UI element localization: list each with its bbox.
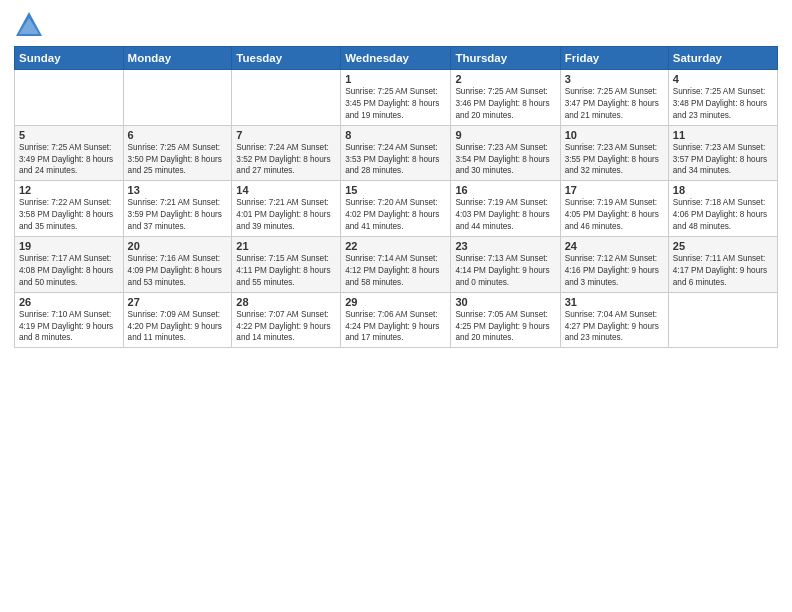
day-number: 1	[345, 73, 446, 85]
calendar-cell: 6Sunrise: 7:25 AM Sunset: 3:50 PM Daylig…	[123, 125, 232, 181]
calendar-cell: 8Sunrise: 7:24 AM Sunset: 3:53 PM Daylig…	[341, 125, 451, 181]
calendar-cell: 18Sunrise: 7:18 AM Sunset: 4:06 PM Dayli…	[668, 181, 777, 237]
calendar-cell: 27Sunrise: 7:09 AM Sunset: 4:20 PM Dayli…	[123, 292, 232, 348]
weekday-header-sunday: Sunday	[15, 47, 124, 70]
day-info: Sunrise: 7:25 AM Sunset: 3:45 PM Dayligh…	[345, 86, 446, 122]
day-number: 30	[455, 296, 555, 308]
day-info: Sunrise: 7:23 AM Sunset: 3:54 PM Dayligh…	[455, 142, 555, 178]
weekday-header-wednesday: Wednesday	[341, 47, 451, 70]
day-info: Sunrise: 7:04 AM Sunset: 4:27 PM Dayligh…	[565, 309, 664, 345]
day-info: Sunrise: 7:23 AM Sunset: 3:57 PM Dayligh…	[673, 142, 773, 178]
day-info: Sunrise: 7:25 AM Sunset: 3:47 PM Dayligh…	[565, 86, 664, 122]
day-number: 26	[19, 296, 119, 308]
calendar-cell: 15Sunrise: 7:20 AM Sunset: 4:02 PM Dayli…	[341, 181, 451, 237]
header	[14, 10, 778, 38]
day-number: 29	[345, 296, 446, 308]
day-info: Sunrise: 7:22 AM Sunset: 3:58 PM Dayligh…	[19, 197, 119, 233]
day-number: 22	[345, 240, 446, 252]
day-number: 31	[565, 296, 664, 308]
day-info: Sunrise: 7:25 AM Sunset: 3:50 PM Dayligh…	[128, 142, 228, 178]
week-row-5: 26Sunrise: 7:10 AM Sunset: 4:19 PM Dayli…	[15, 292, 778, 348]
day-info: Sunrise: 7:16 AM Sunset: 4:09 PM Dayligh…	[128, 253, 228, 289]
weekday-header-saturday: Saturday	[668, 47, 777, 70]
calendar-cell: 13Sunrise: 7:21 AM Sunset: 3:59 PM Dayli…	[123, 181, 232, 237]
day-info: Sunrise: 7:23 AM Sunset: 3:55 PM Dayligh…	[565, 142, 664, 178]
day-number: 24	[565, 240, 664, 252]
weekday-header-thursday: Thursday	[451, 47, 560, 70]
day-number: 19	[19, 240, 119, 252]
calendar-cell: 19Sunrise: 7:17 AM Sunset: 4:08 PM Dayli…	[15, 237, 124, 293]
day-number: 4	[673, 73, 773, 85]
week-row-3: 12Sunrise: 7:22 AM Sunset: 3:58 PM Dayli…	[15, 181, 778, 237]
calendar-cell	[123, 70, 232, 126]
day-info: Sunrise: 7:17 AM Sunset: 4:08 PM Dayligh…	[19, 253, 119, 289]
day-info: Sunrise: 7:13 AM Sunset: 4:14 PM Dayligh…	[455, 253, 555, 289]
day-number: 3	[565, 73, 664, 85]
calendar-cell: 29Sunrise: 7:06 AM Sunset: 4:24 PM Dayli…	[341, 292, 451, 348]
calendar-cell: 2Sunrise: 7:25 AM Sunset: 3:46 PM Daylig…	[451, 70, 560, 126]
weekday-header-row: SundayMondayTuesdayWednesdayThursdayFrid…	[15, 47, 778, 70]
weekday-header-tuesday: Tuesday	[232, 47, 341, 70]
day-number: 8	[345, 129, 446, 141]
calendar: SundayMondayTuesdayWednesdayThursdayFrid…	[14, 46, 778, 348]
day-number: 13	[128, 184, 228, 196]
calendar-cell: 7Sunrise: 7:24 AM Sunset: 3:52 PM Daylig…	[232, 125, 341, 181]
day-number: 15	[345, 184, 446, 196]
calendar-cell: 9Sunrise: 7:23 AM Sunset: 3:54 PM Daylig…	[451, 125, 560, 181]
calendar-cell: 26Sunrise: 7:10 AM Sunset: 4:19 PM Dayli…	[15, 292, 124, 348]
calendar-cell: 22Sunrise: 7:14 AM Sunset: 4:12 PM Dayli…	[341, 237, 451, 293]
day-info: Sunrise: 7:25 AM Sunset: 3:48 PM Dayligh…	[673, 86, 773, 122]
calendar-cell: 23Sunrise: 7:13 AM Sunset: 4:14 PM Dayli…	[451, 237, 560, 293]
day-number: 21	[236, 240, 336, 252]
day-info: Sunrise: 7:05 AM Sunset: 4:25 PM Dayligh…	[455, 309, 555, 345]
day-number: 18	[673, 184, 773, 196]
logo-icon	[14, 10, 44, 38]
day-info: Sunrise: 7:19 AM Sunset: 4:05 PM Dayligh…	[565, 197, 664, 233]
calendar-cell	[15, 70, 124, 126]
day-info: Sunrise: 7:06 AM Sunset: 4:24 PM Dayligh…	[345, 309, 446, 345]
calendar-cell: 11Sunrise: 7:23 AM Sunset: 3:57 PM Dayli…	[668, 125, 777, 181]
week-row-1: 1Sunrise: 7:25 AM Sunset: 3:45 PM Daylig…	[15, 70, 778, 126]
day-number: 2	[455, 73, 555, 85]
day-number: 23	[455, 240, 555, 252]
day-number: 16	[455, 184, 555, 196]
day-number: 6	[128, 129, 228, 141]
day-info: Sunrise: 7:11 AM Sunset: 4:17 PM Dayligh…	[673, 253, 773, 289]
logo	[14, 10, 48, 38]
day-number: 5	[19, 129, 119, 141]
day-info: Sunrise: 7:25 AM Sunset: 3:46 PM Dayligh…	[455, 86, 555, 122]
calendar-cell: 24Sunrise: 7:12 AM Sunset: 4:16 PM Dayli…	[560, 237, 668, 293]
page: SundayMondayTuesdayWednesdayThursdayFrid…	[0, 0, 792, 612]
day-info: Sunrise: 7:09 AM Sunset: 4:20 PM Dayligh…	[128, 309, 228, 345]
day-info: Sunrise: 7:25 AM Sunset: 3:49 PM Dayligh…	[19, 142, 119, 178]
calendar-cell: 17Sunrise: 7:19 AM Sunset: 4:05 PM Dayli…	[560, 181, 668, 237]
day-info: Sunrise: 7:14 AM Sunset: 4:12 PM Dayligh…	[345, 253, 446, 289]
calendar-cell: 3Sunrise: 7:25 AM Sunset: 3:47 PM Daylig…	[560, 70, 668, 126]
calendar-cell: 1Sunrise: 7:25 AM Sunset: 3:45 PM Daylig…	[341, 70, 451, 126]
day-info: Sunrise: 7:21 AM Sunset: 4:01 PM Dayligh…	[236, 197, 336, 233]
calendar-cell: 5Sunrise: 7:25 AM Sunset: 3:49 PM Daylig…	[15, 125, 124, 181]
calendar-cell: 14Sunrise: 7:21 AM Sunset: 4:01 PM Dayli…	[232, 181, 341, 237]
day-number: 12	[19, 184, 119, 196]
day-info: Sunrise: 7:24 AM Sunset: 3:52 PM Dayligh…	[236, 142, 336, 178]
day-number: 9	[455, 129, 555, 141]
day-info: Sunrise: 7:15 AM Sunset: 4:11 PM Dayligh…	[236, 253, 336, 289]
calendar-cell: 28Sunrise: 7:07 AM Sunset: 4:22 PM Dayli…	[232, 292, 341, 348]
weekday-header-monday: Monday	[123, 47, 232, 70]
day-info: Sunrise: 7:19 AM Sunset: 4:03 PM Dayligh…	[455, 197, 555, 233]
day-info: Sunrise: 7:20 AM Sunset: 4:02 PM Dayligh…	[345, 197, 446, 233]
calendar-cell: 30Sunrise: 7:05 AM Sunset: 4:25 PM Dayli…	[451, 292, 560, 348]
day-number: 11	[673, 129, 773, 141]
weekday-header-friday: Friday	[560, 47, 668, 70]
calendar-cell: 4Sunrise: 7:25 AM Sunset: 3:48 PM Daylig…	[668, 70, 777, 126]
week-row-2: 5Sunrise: 7:25 AM Sunset: 3:49 PM Daylig…	[15, 125, 778, 181]
calendar-cell: 31Sunrise: 7:04 AM Sunset: 4:27 PM Dayli…	[560, 292, 668, 348]
day-number: 27	[128, 296, 228, 308]
week-row-4: 19Sunrise: 7:17 AM Sunset: 4:08 PM Dayli…	[15, 237, 778, 293]
day-info: Sunrise: 7:07 AM Sunset: 4:22 PM Dayligh…	[236, 309, 336, 345]
calendar-cell: 12Sunrise: 7:22 AM Sunset: 3:58 PM Dayli…	[15, 181, 124, 237]
day-info: Sunrise: 7:12 AM Sunset: 4:16 PM Dayligh…	[565, 253, 664, 289]
calendar-cell: 25Sunrise: 7:11 AM Sunset: 4:17 PM Dayli…	[668, 237, 777, 293]
calendar-cell: 10Sunrise: 7:23 AM Sunset: 3:55 PM Dayli…	[560, 125, 668, 181]
calendar-cell	[668, 292, 777, 348]
